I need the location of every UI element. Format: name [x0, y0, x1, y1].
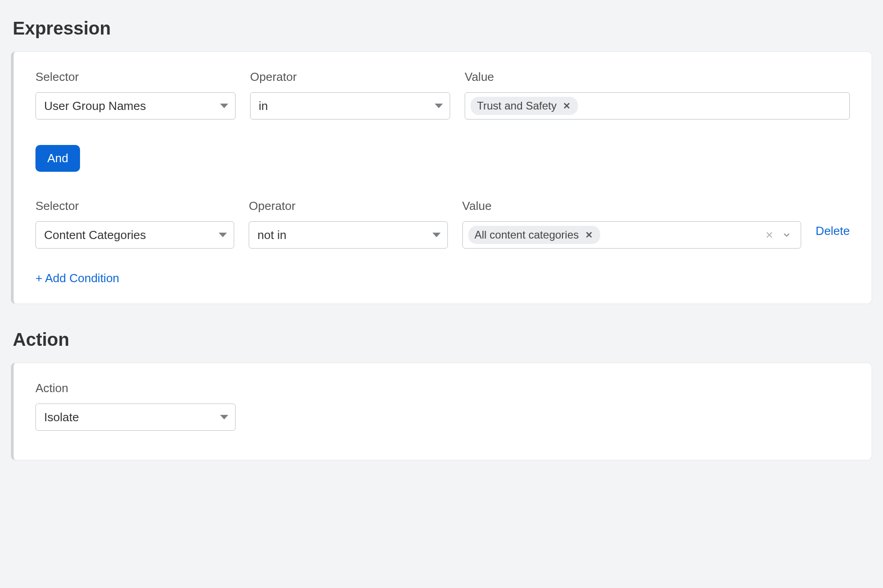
selector-dropdown[interactable]: Content Categories — [35, 221, 234, 249]
tag-remove-icon[interactable]: ✕ — [562, 100, 572, 111]
operator-label: Operator — [250, 70, 450, 84]
value-tag: Trust and Safety ✕ — [471, 97, 578, 115]
tag-text: Trust and Safety — [477, 100, 557, 112]
operator-dropdown[interactable]: in — [250, 92, 450, 120]
chevron-down-icon[interactable] — [782, 230, 792, 240]
operator-label: Operator — [249, 199, 447, 213]
and-button[interactable]: And — [35, 145, 80, 172]
selector-dropdown[interactable]: User Group Names — [35, 92, 236, 120]
value-tag-input[interactable]: Trust and Safety ✕ — [465, 92, 850, 120]
expression-panel: Selector User Group Names Operator in Va… — [11, 51, 872, 304]
value-label: Value — [462, 199, 801, 213]
condition-row: Selector User Group Names Operator in Va… — [35, 70, 850, 120]
value-multiselect[interactable]: All content categories ✕ — [462, 221, 801, 249]
selector-label: Selector — [35, 199, 234, 213]
action-section-title: Action — [13, 329, 872, 350]
value-tag: All content categories ✕ — [468, 226, 600, 244]
value-label: Value — [465, 70, 850, 84]
operator-dropdown[interactable]: not in — [249, 221, 447, 249]
expression-section-title: Expression — [13, 18, 872, 39]
add-condition-button[interactable]: + Add Condition — [35, 271, 119, 285]
action-dropdown[interactable]: Isolate — [35, 404, 236, 431]
action-label: Action — [35, 381, 236, 395]
tag-remove-icon[interactable]: ✕ — [584, 229, 594, 240]
action-panel: Action Isolate — [11, 363, 872, 460]
selector-label: Selector — [35, 70, 236, 84]
tag-text: All content categories — [475, 229, 579, 241]
condition-row: Selector Content Categories Operator not… — [35, 199, 850, 249]
clear-all-icon[interactable] — [764, 230, 774, 240]
delete-condition-link[interactable]: Delete — [816, 224, 850, 238]
